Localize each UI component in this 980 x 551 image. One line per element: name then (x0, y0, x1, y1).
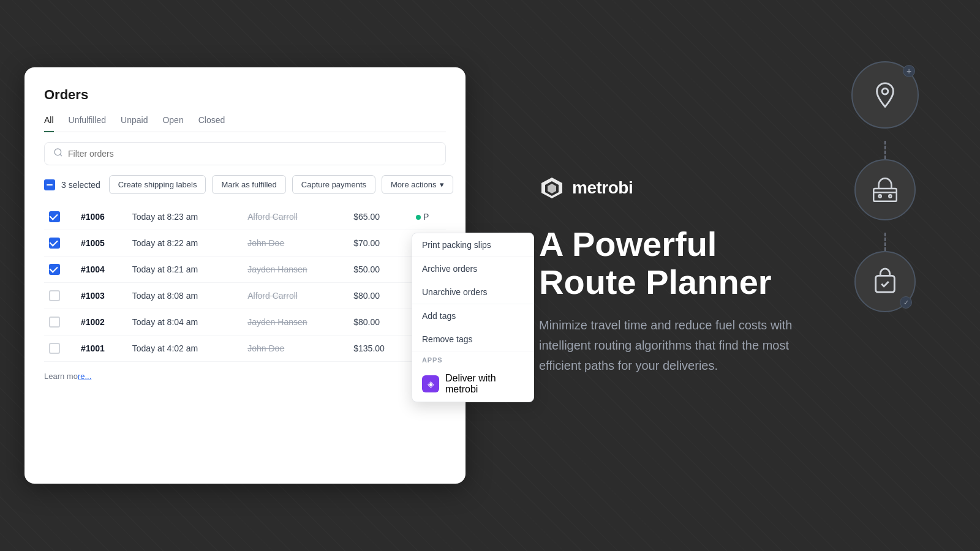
customer-name: John Doe (247, 238, 284, 248)
table-row: #1005 Today at 8:22 am John Doe $70.00 P (44, 230, 446, 257)
dropdown-section-apps: APPS (412, 351, 533, 366)
order-amount: $65.00 (349, 204, 411, 230)
order-id: #1001 (81, 343, 105, 353)
customer-name: Alford Carroll (247, 291, 298, 301)
row-checkbox-1004[interactable] (49, 264, 60, 275)
tab-closed[interactable]: Closed (198, 115, 225, 132)
dropdown-item-deliver-metrobi[interactable]: ◈ Deliver with metrobi (412, 366, 533, 402)
order-amount: $80.00 (349, 283, 411, 309)
order-id: #1005 (81, 238, 105, 248)
customer-name: Jayden Hansen (247, 317, 307, 327)
order-time: Today at 8:04 am (127, 309, 243, 335)
dropdown-item-add-tags[interactable]: Add tags (412, 304, 533, 328)
metrobi-logo-icon (539, 175, 565, 201)
order-time: Today at 8:23 am (127, 204, 243, 230)
svg-point-4 (879, 195, 881, 197)
order-time: Today at 8:08 am (127, 283, 243, 309)
order-time: Today at 8:22 am (127, 230, 243, 257)
customer-name: Alford Carroll (247, 212, 298, 222)
search-icon (53, 148, 63, 160)
order-id: #1003 (81, 291, 105, 301)
dropdown-item-unarchive[interactable]: Unarchive orders (412, 280, 533, 304)
learn-more: Learn more... (44, 372, 446, 381)
capture-payments-button[interactable]: Capture payments (292, 175, 375, 194)
table-row: #1004 Today at 8:21 am Jayden Hansen $50… (44, 257, 446, 283)
order-amount: $50.00 (349, 257, 411, 283)
check-badge: ✓ (900, 296, 912, 309)
row-checkbox-1003[interactable] (49, 290, 60, 301)
deliver-label: Deliver with metrobi (445, 373, 524, 395)
svg-point-5 (889, 195, 891, 197)
create-shipping-button[interactable]: Create shipping labels (109, 175, 206, 194)
table-row: #1001 Today at 4:02 am John Doe $135.00 … (44, 335, 446, 362)
hero-description: Minimize travel time and reduce fuel cos… (539, 315, 833, 376)
row-checkbox-1001[interactable] (49, 343, 60, 354)
orders-table: #1006 Today at 8:23 am Alford Carroll $6… (44, 204, 446, 362)
row-checkbox-1002[interactable] (49, 317, 60, 328)
search-bar (44, 142, 446, 165)
more-actions-dropdown: Print packing slips Archive orders Unarc… (412, 233, 534, 402)
right-panel: + ✓ metrobi (490, 0, 980, 551)
route-node-bottom: ✓ (854, 251, 916, 312)
customer-name: John Doe (247, 343, 284, 353)
search-input[interactable] (68, 149, 437, 159)
svg-line-1 (60, 154, 62, 156)
customer-name: Jayden Hansen (247, 264, 307, 274)
route-node-top: + (851, 61, 919, 129)
row-checkbox-1006[interactable] (49, 211, 60, 222)
metrobi-app-icon: ◈ (422, 375, 439, 392)
learn-more-link[interactable]: re... (78, 372, 91, 381)
chevron-down-icon: ▾ (440, 180, 444, 189)
svg-rect-3 (873, 189, 897, 201)
tab-open[interactable]: Open (162, 115, 183, 132)
mark-fulfilled-button[interactable]: Mark as fulfilled (212, 175, 285, 194)
table-row: #1006 Today at 8:23 am Alford Carroll $6… (44, 204, 446, 230)
dropdown-item-remove-tags[interactable]: Remove tags (412, 328, 533, 351)
plus-badge: + (903, 65, 915, 77)
left-panel: Orders All Unfulfilled Unpaid Open Close… (0, 0, 490, 551)
order-id: #1002 (81, 317, 105, 327)
order-id: #1004 (81, 264, 105, 274)
svg-point-2 (882, 88, 888, 94)
order-time: Today at 8:21 am (127, 257, 243, 283)
order-amount: $70.00 (349, 230, 411, 257)
route-chain: + ✓ (851, 61, 919, 324)
tabs-container: All Unfulfilled Unpaid Open Closed (44, 115, 446, 132)
dashed-line (884, 141, 886, 159)
tab-unpaid[interactable]: Unpaid (121, 115, 148, 132)
orders-title: Orders (44, 87, 446, 103)
tab-all[interactable]: All (44, 115, 54, 132)
order-id: #1006 (81, 212, 105, 222)
orders-card: Orders All Unfulfilled Unpaid Open Close… (24, 67, 466, 484)
order-time: Today at 4:02 am (127, 335, 243, 362)
row-checkbox-1005[interactable] (49, 238, 60, 249)
toolbar: 3 selected Create shipping labels Mark a… (44, 175, 446, 199)
route-node-middle (854, 159, 916, 220)
status-dot (416, 215, 421, 220)
metrobi-logo-text: metrobi (572, 178, 633, 198)
status-label: P (423, 212, 429, 222)
select-all-checkbox[interactable] (44, 179, 55, 190)
table-row: #1003 Today at 8:08 am Alford Carroll $8… (44, 283, 446, 309)
order-amount: $80.00 (349, 309, 411, 335)
order-amount: $135.00 (349, 335, 411, 362)
selected-count: 3 selected (61, 180, 100, 190)
svg-point-0 (55, 149, 61, 156)
dashed-line (884, 233, 886, 251)
table-row: #1002 Today at 8:04 am Jayden Hansen $80… (44, 309, 446, 335)
more-actions-button[interactable]: More actions ▾ (382, 175, 453, 194)
dropdown-item-print-packing[interactable]: Print packing slips (412, 233, 533, 257)
tab-unfulfilled[interactable]: Unfulfilled (69, 115, 106, 132)
dropdown-item-archive[interactable]: Archive orders (412, 257, 533, 280)
